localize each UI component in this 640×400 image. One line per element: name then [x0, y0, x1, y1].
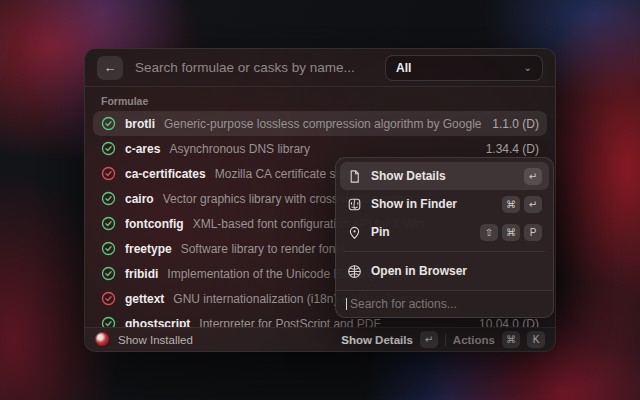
check-circle-icon: [101, 266, 116, 281]
menu-item-label: Show in Finder: [371, 197, 493, 211]
check-circle-icon: [101, 291, 116, 306]
text-caret: [346, 298, 347, 310]
action-menu-search[interactable]: Search for actions...: [336, 290, 553, 317]
shortcut-key-icon: ↵: [524, 196, 542, 213]
check-circle-icon: [101, 316, 116, 327]
formula-name: brotli: [125, 117, 155, 131]
search-input[interactable]: Search formulae or casks by name...: [135, 60, 373, 75]
command-key-icon: ⌘: [502, 331, 520, 348]
formula-description: Asynchronous DNS library: [169, 142, 476, 156]
check-circle-icon: [101, 141, 116, 156]
menu-group-divider: [344, 251, 545, 252]
chevron-down-icon: ⌄: [524, 62, 532, 73]
action-menu-items: Show Details↵Show in Finder⌘↵Pin⇧⌘POpen …: [336, 158, 553, 290]
formula-name: cairo: [125, 192, 154, 206]
formula-row-brotli[interactable]: brotliGeneric-purpose lossless compressi…: [93, 111, 547, 136]
menu-item-shortcut: ⇧⌘P: [480, 224, 542, 241]
actions-button[interactable]: Actions: [453, 334, 495, 346]
pin-icon: [347, 225, 362, 240]
status-bar: Show Installed Show Details ↵ Actions ⌘ …: [85, 327, 555, 351]
menu-item-show-in-finder[interactable]: Show in Finder⌘↵: [340, 190, 549, 218]
menu-item-label: Pin: [371, 225, 471, 239]
formula-name: fontconfig: [125, 217, 184, 231]
check-circle-icon: [101, 166, 116, 181]
menu-item-label: Show Details: [371, 169, 515, 183]
formula-version: 1.1.0 (D): [492, 117, 539, 131]
menu-item-open-in-browser[interactable]: Open in Browser: [340, 257, 549, 285]
section-label: Formulae: [85, 87, 555, 111]
document-icon: [347, 169, 362, 184]
check-circle-icon: [101, 116, 116, 131]
menu-item-shortcut: ↵: [524, 168, 542, 185]
check-circle-icon: [101, 241, 116, 256]
formula-description: Interpreter for PostScript and PDF: [199, 317, 470, 328]
search-header: ← Search formulae or casks by name... Al…: [85, 49, 555, 87]
back-arrow-icon: ←: [104, 60, 117, 75]
shortcut-key-icon: P: [524, 224, 542, 241]
formula-name: ghostscript: [125, 317, 190, 328]
homebrew-icon: [95, 332, 110, 347]
formula-name: freetype: [125, 242, 172, 256]
filter-dropdown[interactable]: All ⌄: [385, 55, 543, 81]
k-key-icon: K: [527, 331, 545, 348]
menu-item-pin[interactable]: Pin⇧⌘P: [340, 218, 549, 246]
menu-item-show-details[interactable]: Show Details↵: [340, 162, 549, 190]
shortcut-key-icon: ⇧: [480, 224, 498, 241]
formula-name: gettext: [125, 292, 164, 306]
globe-icon: [347, 264, 362, 279]
shortcut-key-icon: ↵: [524, 168, 542, 185]
check-circle-icon: [101, 191, 116, 206]
statusbar-divider: [445, 334, 446, 346]
formula-description: Generic-purpose lossless compression alg…: [164, 117, 483, 131]
shortcut-key-icon: ⌘: [502, 224, 520, 241]
shortcut-key-icon: ⌘: [502, 196, 520, 213]
formula-name: c-ares: [125, 142, 160, 156]
menu-item-label: Open in Browser: [371, 264, 533, 278]
show-installed-label[interactable]: Show Installed: [118, 334, 193, 346]
menu-item-shortcut: ⌘↵: [502, 196, 542, 213]
formula-version: 10.04.0 (D): [479, 317, 539, 328]
return-key-icon: ↵: [420, 331, 438, 348]
finder-icon: [347, 197, 362, 212]
check-circle-icon: [101, 216, 116, 231]
action-search-placeholder: Search for actions...: [348, 297, 457, 311]
filter-dropdown-value: All: [396, 61, 411, 75]
action-menu: Show Details↵Show in Finder⌘↵Pin⇧⌘POpen …: [335, 157, 554, 318]
formula-name: fribidi: [125, 267, 158, 281]
show-details-action[interactable]: Show Details: [341, 334, 413, 346]
formula-name: ca-certificates: [125, 167, 206, 181]
back-button[interactable]: ←: [97, 56, 123, 80]
formula-version: 1.34.4 (D): [486, 142, 539, 156]
